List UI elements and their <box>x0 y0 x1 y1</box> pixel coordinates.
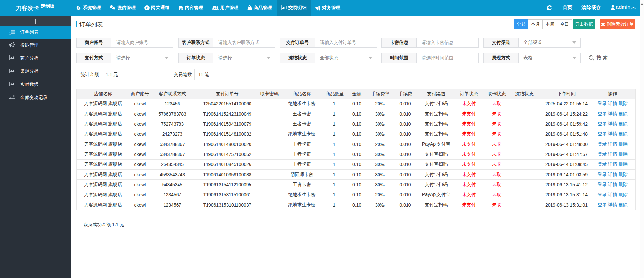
svg-text:3: 3 <box>9 33 11 35</box>
